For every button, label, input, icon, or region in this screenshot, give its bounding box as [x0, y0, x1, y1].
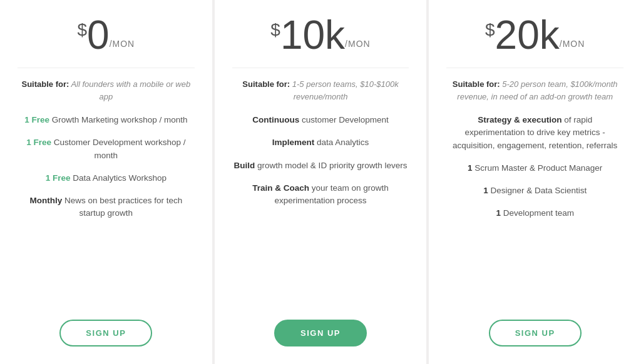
- feature-item-3: Monthly News on best practices for tech …: [18, 195, 195, 220]
- price-dollar: $: [77, 20, 87, 40]
- feature-text: Scrum Master & Product Manager: [473, 163, 603, 173]
- feature-text: Customer Development workshop / month: [51, 138, 186, 159]
- feature-item-2: 1 Designer & Data Scientist: [446, 185, 623, 197]
- feature-text: Data Analytics Workshop: [70, 173, 167, 183]
- price-dollar: $: [270, 20, 280, 40]
- divider: [446, 68, 623, 68]
- feature-item-1: Implement data Analytics: [232, 136, 409, 149]
- feature-item-0: Continuous customer Development: [232, 114, 409, 126]
- divider: [232, 68, 409, 68]
- suitable-label: Suitable for:: [453, 79, 500, 89]
- signup-button-premium[interactable]: SIGN UP: [489, 320, 582, 346]
- price-dollar: $: [485, 20, 495, 40]
- feature-item-1: 1 Scrum Master & Product Manager: [446, 162, 623, 174]
- feature-bold: Implement: [272, 138, 315, 147]
- feature-bold: Continuous: [252, 115, 299, 124]
- signup-button-mid[interactable]: SIGN UP: [274, 320, 367, 346]
- signup-area: SIGN UP: [232, 307, 409, 346]
- feature-text: growth model & ID priority growth levers: [255, 161, 407, 170]
- feature-item-2: Build growth model & ID priority growth …: [232, 159, 409, 172]
- signup-area: SIGN UP: [446, 307, 623, 346]
- price-amount: 0: [87, 15, 110, 55]
- feature-bold: 1: [468, 163, 473, 173]
- price-amount: 20k: [495, 15, 560, 55]
- suitable-for: Suitable for: 5-20 person team, $100k/mo…: [446, 78, 623, 103]
- feature-item-2: 1 Free Data Analytics Workshop: [18, 172, 195, 185]
- feature-bold: Monthly: [29, 196, 62, 205]
- price-per: /MON: [345, 39, 371, 49]
- feature-text: Growth Marketing workshop / month: [49, 115, 188, 124]
- feature-bold: 1 Free: [24, 115, 49, 124]
- feature-bold: 1: [483, 186, 488, 195]
- signup-area: SIGN UP: [18, 307, 195, 346]
- feature-item-3: 1 Development team: [446, 207, 623, 220]
- feature-bold: Strategy & execution: [478, 115, 562, 124]
- suitable-label: Suitable for:: [21, 79, 69, 89]
- feature-bold: 1 Free: [46, 173, 71, 183]
- divider: [18, 68, 195, 68]
- feature-item-1: 1 Free Customer Development workshop / m…: [18, 136, 195, 162]
- feature-item-0: Strategy & execution of rapid experiment…: [446, 114, 623, 152]
- feature-bold: 1 Free: [26, 138, 51, 147]
- features-list: Continuous customer DevelopmentImplement…: [232, 114, 409, 307]
- feature-item-0: 1 Free Growth Marketing workshop / month: [18, 114, 195, 126]
- signup-button-free[interactable]: SIGN UP: [59, 320, 152, 346]
- suitable-label: Suitable for:: [242, 79, 290, 89]
- feature-text: customer Development: [299, 115, 389, 124]
- suitable-for: Suitable for: All founders with a mobile…: [18, 78, 195, 103]
- plan-free: $0/MON Suitable for: All founders with a…: [0, 0, 212, 364]
- price-area: $20k/MON: [485, 15, 585, 55]
- feature-bold: 1: [496, 208, 501, 218]
- price-area: $10k/MON: [270, 15, 370, 55]
- price-amount: 10k: [280, 15, 345, 55]
- features-list: 1 Free Growth Marketing workshop / month…: [18, 114, 195, 307]
- features-list: Strategy & execution of rapid experiment…: [446, 114, 623, 307]
- price-per: /MON: [560, 39, 585, 49]
- feature-text: Development team: [501, 208, 574, 218]
- price-area: $0/MON: [77, 15, 135, 55]
- plan-premium: $20k/MON Suitable for: 5-20 person team,…: [429, 0, 641, 364]
- price-per: /MON: [110, 39, 135, 49]
- pricing-container: $0/MON Suitable for: All founders with a…: [0, 0, 641, 364]
- suitable-for: Suitable for: 1-5 person teams, $10-$100…: [232, 78, 409, 103]
- feature-text: Designer & Data Scientist: [488, 186, 587, 195]
- feature-text: data Analytics: [314, 138, 369, 147]
- feature-bold: Train & Coach: [252, 183, 309, 193]
- feature-text: News on best practices for tech startup …: [62, 196, 182, 218]
- feature-bold: Build: [234, 161, 255, 170]
- feature-item-3: Train & Coach your team on growth experi…: [232, 182, 409, 208]
- plan-mid: $10k/MON Suitable for: 1-5 person teams,…: [215, 0, 427, 364]
